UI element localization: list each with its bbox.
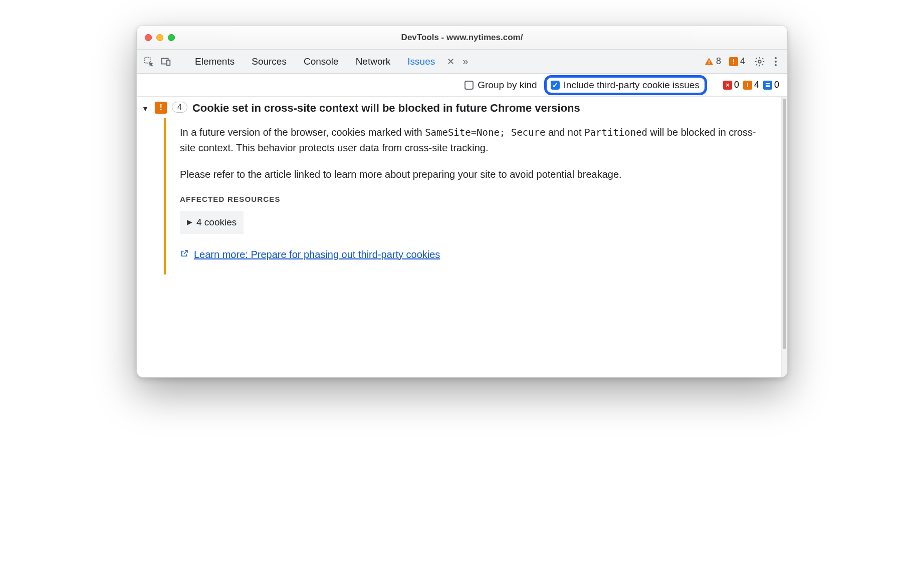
tab-issues[interactable]: Issues <box>400 54 442 69</box>
code-partitioned: Partitioned <box>584 127 647 138</box>
settings-icon[interactable] <box>753 56 766 67</box>
svg-point-5 <box>758 60 761 63</box>
svg-rect-2 <box>167 60 170 65</box>
close-tab-icon[interactable]: ✕ <box>445 56 456 67</box>
svg-rect-9 <box>766 85 770 86</box>
tab-network[interactable]: Network <box>349 54 398 69</box>
page-error-count-text: 0 <box>734 80 739 90</box>
issue-body: In a future version of the browser, cook… <box>164 118 780 274</box>
issues-content: ▼ ! 4 Cookie set in cross-site context w… <box>137 97 787 377</box>
group-by-kind-checkbox[interactable]: Group by kind <box>465 80 537 91</box>
vertical-scrollbar[interactable] <box>781 97 787 377</box>
tabbar: Elements Sources Console Network Issues … <box>137 50 787 74</box>
issue-counts-cluster: × 0 ! 4 0 <box>723 80 779 90</box>
include-third-party-checkbox[interactable]: Include third-party cookie issues <box>551 80 700 91</box>
warning-triangle-icon <box>704 57 714 67</box>
issue-count-pill: 4 <box>172 102 187 113</box>
device-toolbar-icon[interactable] <box>159 55 173 69</box>
titlebar: DevTools - www.nytimes.com/ <box>137 26 787 50</box>
close-window-button[interactable] <box>145 34 152 41</box>
error-count[interactable]: ! 4 <box>729 56 750 67</box>
svg-point-6 <box>775 57 777 59</box>
issue-severity-icon: ! <box>155 102 167 114</box>
traffic-lights <box>145 34 175 41</box>
issue-paragraph-2: Please refer to the article linked to le… <box>180 167 765 182</box>
inspect-element-icon[interactable] <box>142 55 156 69</box>
more-tabs-icon[interactable]: » <box>459 56 471 67</box>
devtools-window: DevTools - www.nytimes.com/ Elements Sou… <box>136 25 788 378</box>
more-options-icon[interactable] <box>769 57 782 67</box>
tab-console[interactable]: Console <box>297 54 346 69</box>
include-third-party-label: Include third-party cookie issues <box>564 80 700 91</box>
learn-more-link[interactable]: Learn more: Prepare for phasing out thir… <box>180 247 765 262</box>
disclosure-right-icon: ▶ <box>187 217 192 228</box>
minimize-window-button[interactable] <box>156 34 163 41</box>
disclosure-triangle-icon[interactable]: ▼ <box>142 102 150 113</box>
issues-toolbar: Group by kind Include third-party cookie… <box>137 74 787 97</box>
error-square-icon: ! <box>729 57 738 66</box>
improvement-count-text: 0 <box>774 80 779 90</box>
external-link-icon <box>180 247 189 262</box>
breaking-change-count[interactable]: ! 4 <box>743 80 759 90</box>
error-count-text: 4 <box>740 56 745 67</box>
code-samesite: SameSite=None; Secure <box>425 127 545 138</box>
page-error-icon: × <box>723 81 732 90</box>
warning-count-text: 8 <box>716 56 721 67</box>
improvement-icon <box>763 81 772 90</box>
svg-rect-4 <box>709 63 710 64</box>
affected-cookies-label: 4 cookies <box>196 215 237 229</box>
improvement-count[interactable]: 0 <box>763 80 779 90</box>
highlight-ring: Include third-party cookie issues <box>544 75 707 95</box>
tab-elements[interactable]: Elements <box>188 54 242 69</box>
svg-point-8 <box>775 64 777 66</box>
svg-rect-3 <box>709 60 710 62</box>
learn-more-text: Learn more: Prepare for phasing out thir… <box>194 247 440 262</box>
svg-rect-11 <box>766 86 770 87</box>
tab-sources[interactable]: Sources <box>245 54 294 69</box>
warning-count[interactable]: 8 <box>704 56 726 67</box>
issue-title: Cookie set in cross-site context will be… <box>192 102 773 115</box>
checkbox-unchecked-icon <box>465 81 474 90</box>
zoom-window-button[interactable] <box>168 34 175 41</box>
affected-resources-header: AFFECTED RESOURCES <box>180 193 765 205</box>
svg-point-7 <box>775 61 777 63</box>
window-title: DevTools - www.nytimes.com/ <box>137 33 787 43</box>
breaking-change-icon: ! <box>743 81 752 90</box>
breaking-change-count-text: 4 <box>754 80 759 90</box>
affected-cookies-toggle[interactable]: ▶ 4 cookies <box>180 211 244 233</box>
issue-paragraph-1: In a future version of the browser, cook… <box>180 125 765 156</box>
scrollbar-thumb[interactable] <box>783 99 786 349</box>
page-error-count[interactable]: × 0 <box>723 80 739 90</box>
svg-rect-10 <box>766 83 770 84</box>
group-by-kind-label: Group by kind <box>478 80 537 91</box>
checkbox-checked-icon <box>551 81 560 90</box>
issue-header-row[interactable]: ▼ ! 4 Cookie set in cross-site context w… <box>137 97 780 118</box>
